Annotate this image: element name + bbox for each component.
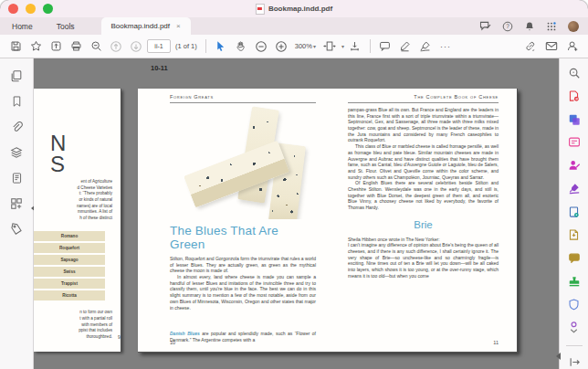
- toolbar-right-group: [521, 37, 582, 55]
- fragment-line: with members of: [34, 322, 112, 329]
- table-row: Trappist: [34, 279, 105, 289]
- spread-page-label: 10-11: [151, 64, 168, 72]
- minimize-window-button[interactable]: [26, 4, 36, 14]
- paragraph: This class of Blue or marbled cheese is …: [348, 143, 499, 180]
- chevron-down-icon[interactable]: ▾: [341, 43, 344, 49]
- next-page-icon[interactable]: [127, 37, 145, 55]
- feedback-icon[interactable]: [479, 21, 491, 31]
- save-icon[interactable]: [6, 37, 25, 55]
- cheese-varieties-table: Romano Roquefort Sapsago Swiss Trappist …: [34, 231, 105, 302]
- fragment-line: h of these distinct: [34, 216, 112, 222]
- rail-divider: [566, 345, 583, 346]
- collapse-pane-icon[interactable]: [566, 356, 582, 369]
- section-heading-brie: Brie: [348, 219, 499, 230]
- pdf-file-icon: [256, 4, 265, 15]
- fragment-line: or kinds of natural: [34, 197, 112, 204]
- close-window-button[interactable]: [8, 4, 18, 14]
- traffic-lights: [8, 4, 53, 14]
- marquee-zoom-icon[interactable]: [87, 37, 105, 55]
- select-tool-icon[interactable]: [212, 37, 230, 55]
- attachments-icon[interactable]: [9, 120, 25, 134]
- organize-pages-icon[interactable]: [566, 206, 582, 218]
- stamp-icon[interactable]: [566, 274, 582, 287]
- edit-pdf-icon[interactable]: [566, 136, 582, 149]
- fragment-line: mmunities. A list of: [34, 209, 112, 216]
- zoom-out-icon[interactable]: [252, 37, 270, 55]
- fragment-text: thoroughbred.: [86, 334, 112, 339]
- share-upload-icon[interactable]: [47, 37, 65, 55]
- search-icon[interactable]: [566, 67, 582, 79]
- tab-bar: Home Tools Bookmap.indd.pdf × ?: [0, 17, 588, 35]
- edit-pencil-icon[interactable]: [396, 37, 415, 55]
- share-link-icon[interactable]: [521, 37, 540, 55]
- partial-text-fragments: ent of Agriculture d Cheese Varieties t:…: [34, 179, 112, 222]
- compress-pdf-icon[interactable]: [566, 228, 582, 241]
- notifications-bell-icon[interactable]: [524, 21, 535, 32]
- page-spread: Foreign Greats The Blues That Are Green …: [138, 89, 518, 353]
- hand-tool-icon[interactable]: [232, 37, 250, 55]
- more-tools-icon[interactable]: ···: [436, 42, 455, 51]
- zoom-window-button[interactable]: [43, 4, 53, 14]
- fit-width-icon[interactable]: [320, 37, 339, 55]
- table-row: Sapsago: [34, 255, 105, 265]
- page-count-label: (1 of 1): [173, 42, 200, 50]
- table-row: Ricotta: [34, 290, 105, 300]
- fragment-line: n to form our own: [34, 310, 112, 316]
- fragment-line: names) are of local: [34, 204, 112, 210]
- page-thumbnails-icon[interactable]: [9, 69, 25, 83]
- email-icon[interactable]: [542, 37, 561, 55]
- help-icon[interactable]: ?: [502, 21, 513, 32]
- comment-icon[interactable]: [376, 37, 394, 55]
- toolbar-divider: [205, 39, 206, 53]
- document-canvas[interactable]: 10-11 NS ent of Agriculture d Cheese Var…: [34, 58, 559, 369]
- app-grid-icon[interactable]: [546, 21, 557, 32]
- paragraph: Stilton, Roquefort and Gorgonzola form t…: [170, 256, 316, 274]
- export-pdf-icon[interactable]: [566, 90, 582, 102]
- more-tools-icon[interactable]: [566, 321, 582, 334]
- tab-document[interactable]: Bookmap.indd.pdf ×: [101, 17, 191, 35]
- fragment-line: ppist that includes: [34, 328, 112, 334]
- page-10: Foreign Greats The Blues That Are Green …: [138, 89, 327, 352]
- request-esignatures-icon[interactable]: [566, 159, 582, 172]
- bookmarks-icon[interactable]: [9, 94, 25, 109]
- sign-icon[interactable]: [416, 37, 435, 55]
- fill-and-sign-icon[interactable]: [566, 182, 582, 195]
- page-content-icon[interactable]: [9, 171, 25, 185]
- scroll-mode-icon[interactable]: [346, 37, 364, 55]
- paragraph: pampas-grass Blue all its own. But Franc…: [348, 107, 499, 143]
- main-area: 10-11 NS ent of Agriculture d Cheese Var…: [0, 58, 588, 369]
- combine-files-icon[interactable]: [566, 113, 582, 126]
- collapse-right-pane-icon[interactable]: [556, 353, 561, 360]
- tab-home[interactable]: Home: [0, 17, 45, 35]
- window-title: Bookmap.indd.pdf: [268, 5, 332, 13]
- acrobat-window: Bookmap.indd.pdf Home Tools Bookmap.indd…: [0, 0, 588, 369]
- zoom-level-dropdown[interactable]: 300%▾: [292, 42, 319, 50]
- comment-tool-icon[interactable]: [566, 251, 582, 264]
- titlebar-right-icons: ?: [479, 17, 588, 35]
- table-row: Swiss: [34, 267, 105, 277]
- page-number-input[interactable]: ii-1: [147, 39, 171, 53]
- tab-tools[interactable]: Tools: [45, 17, 87, 35]
- danish-blues-link[interactable]: Danish Blues: [170, 331, 200, 336]
- layers-icon[interactable]: [9, 145, 25, 160]
- partial-heading-letters: NS: [50, 132, 66, 174]
- zoom-in-icon[interactable]: [272, 37, 290, 55]
- paragraph: In almost every, land where cheese is ma…: [170, 274, 316, 311]
- tab-close-icon[interactable]: ×: [176, 22, 181, 30]
- fragment-line: thoroughbred. 9: [34, 334, 112, 341]
- protect-icon[interactable]: [566, 298, 582, 311]
- star-icon[interactable]: [26, 37, 45, 55]
- tags-icon[interactable]: [9, 222, 25, 237]
- page-number-10: 10: [170, 340, 175, 345]
- page-number-9: 9: [118, 334, 121, 341]
- user-avatar[interactable]: [568, 21, 579, 32]
- add-account-icon[interactable]: [563, 37, 582, 55]
- right-tools-pane: [559, 58, 588, 369]
- print-icon[interactable]: [67, 37, 85, 55]
- paragraph: Danish Blues are popular and splendidly …: [170, 331, 316, 343]
- destinations-icon[interactable]: [9, 196, 25, 211]
- zoom-level-value: 300%: [295, 42, 312, 50]
- previous-page-icon[interactable]: [107, 37, 125, 55]
- paragraph: Of English Blues there are several celeb…: [348, 180, 499, 210]
- section-heading: The Blues That Are Green: [170, 224, 316, 251]
